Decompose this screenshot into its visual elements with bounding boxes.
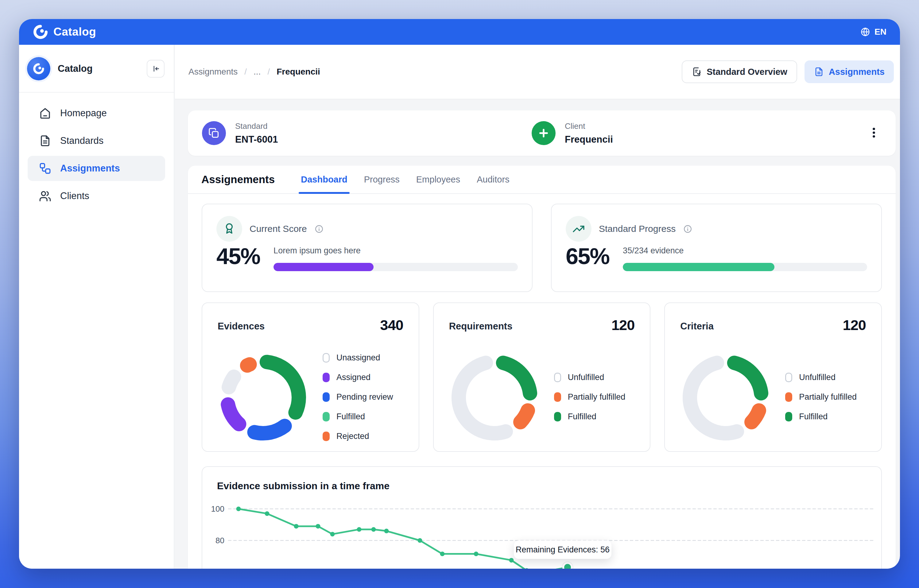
- donut-legend: UnfulfilledPartially fulfilledFulfilled: [554, 367, 626, 426]
- header-actions: Standard Overview Assignments: [682, 60, 894, 83]
- donut-card-total: 340: [380, 317, 403, 333]
- donut-card-evidences: Evidences340UnassignedAssignedPending re…: [202, 302, 419, 452]
- legend-label: Unassigned: [336, 353, 380, 363]
- legend-label: Assigned: [336, 373, 371, 382]
- donut-segment-partially-fulfilled: [520, 410, 528, 422]
- standard-avatar: [202, 121, 226, 145]
- donut-segment-unassigned: [229, 376, 234, 387]
- content: Standard ENT-6001 Client Frequencii: [175, 99, 900, 569]
- current-score-value: 45%: [216, 243, 260, 271]
- donut-card-title: Criteria: [680, 321, 714, 332]
- sidebar-item-clients[interactable]: Clients: [28, 183, 165, 208]
- brand: Catalog: [32, 24, 96, 40]
- brand-name: Catalog: [53, 26, 96, 38]
- current-score-progress-track: [274, 263, 518, 271]
- page-header: Assignments / ... / Frequencii Standard …: [175, 45, 900, 99]
- donut-legend: UnassignedAssignedPending reviewFulfille…: [323, 348, 393, 446]
- kpi-row: Current Score 45% Lorem ipsum goes here: [202, 204, 882, 292]
- legend-item: Partially fulfilled: [785, 387, 857, 407]
- legend-label: Fulfilled: [799, 412, 828, 422]
- sidebar-nav: HomepageStandardsAssignmentsClients: [19, 93, 174, 219]
- donut-segment-unfulfilled: [459, 363, 506, 433]
- legend-label: Unfulfilled: [568, 373, 605, 382]
- current-score-title: Current Score: [250, 224, 307, 234]
- standard-progress-title: Standard Progress: [599, 224, 676, 234]
- legend-swatch: [323, 353, 330, 363]
- assignments-button-label: Assignments: [829, 67, 885, 77]
- sidebar-item-label: Homepage: [60, 108, 107, 119]
- workflow-icon: [39, 162, 52, 175]
- info-icon[interactable]: [683, 224, 692, 234]
- legend-item: Partially fulfilled: [554, 387, 626, 407]
- home-icon: [39, 107, 52, 120]
- donut-card-title: Requirements: [449, 321, 512, 332]
- legend-swatch: [323, 412, 330, 422]
- line-chart-card: Evidence submission in a time frame 1008…: [202, 466, 882, 569]
- tab-progress[interactable]: Progress: [356, 166, 408, 193]
- legend-swatch: [323, 431, 330, 441]
- brand-logo-icon: [32, 24, 49, 40]
- section-heading: Assignements: [201, 173, 275, 186]
- sidebar-item-label: Assignments: [60, 163, 120, 174]
- standard-label: Standard: [235, 121, 278, 131]
- donut-chart: [214, 349, 312, 447]
- donut-card-title: Evidences: [218, 321, 264, 332]
- breadcrumb-current: Frequencii: [277, 67, 320, 77]
- client-value: Frequencii: [565, 134, 613, 145]
- desktop-background: Catalog EN Catalog HomepageStandardsAssi…: [0, 0, 919, 588]
- topbar: Catalog EN: [19, 19, 900, 45]
- donut-card-criteria: Criteria120UnfulfilledPartially fulfille…: [664, 302, 882, 452]
- sidebar-item-assignments[interactable]: Assignments: [28, 156, 165, 181]
- legend-item: Unfulfilled: [785, 367, 857, 387]
- tab-dashboard[interactable]: Dashboard: [293, 166, 355, 193]
- clipboard-check-icon: [692, 66, 702, 77]
- breadcrumb-separator: /: [244, 67, 247, 77]
- tab-employees[interactable]: Employees: [408, 166, 468, 193]
- collapse-sidebar-button[interactable]: [147, 60, 165, 78]
- standard-progress-card: Standard Progress 65% 35/234 evidence: [551, 204, 882, 292]
- donut-card-total: 120: [843, 317, 866, 333]
- current-score-progress-fill: [274, 263, 374, 271]
- standard-entity: Standard ENT-6001: [202, 121, 278, 145]
- current-score-note: Lorem ipsum goes here: [274, 246, 518, 255]
- legend-swatch: [785, 412, 792, 422]
- standard-progress-value: 65%: [566, 243, 609, 271]
- donut-card-requirements: Requirements120UnfulfilledPartially fulf…: [433, 302, 651, 452]
- assignments-button[interactable]: Assignments: [804, 60, 894, 83]
- sidebar-item-standards[interactable]: Standards: [28, 128, 165, 153]
- document-icon: [814, 66, 824, 77]
- breadcrumb-root[interactable]: Assignments: [188, 67, 238, 77]
- dashboard-panel: Assignements DashboardProgressEmployeesA…: [188, 166, 896, 569]
- trending-up-icon-wrap: [566, 216, 592, 242]
- sidebar-item-homepage[interactable]: Homepage: [28, 100, 165, 126]
- standard-overview-button[interactable]: Standard Overview: [682, 60, 797, 83]
- main-area: Assignments / ... / Frequencii Standard …: [175, 45, 900, 569]
- legend-label: Fulfilled: [336, 412, 365, 422]
- workspace-logo-icon: [32, 63, 45, 75]
- legend-swatch: [323, 392, 330, 402]
- info-icon[interactable]: [314, 224, 324, 234]
- entity-menu-button[interactable]: [864, 123, 883, 143]
- workspace-avatar[interactable]: [27, 57, 50, 80]
- legend-item: Assigned: [323, 367, 393, 387]
- tab-auditors[interactable]: Auditors: [468, 166, 517, 193]
- award-icon-wrap: [216, 216, 242, 242]
- svg-text:100: 100: [211, 504, 224, 514]
- breadcrumb-ellipsis[interactable]: ...: [254, 67, 261, 77]
- entity-card: Standard ENT-6001 Client Frequencii: [188, 110, 896, 156]
- legend-item: Rejected: [323, 426, 393, 446]
- legend-label: Partially fulfilled: [568, 392, 626, 402]
- donut-segment-fulfilled: [267, 362, 299, 412]
- legend-item: Fulfilled: [785, 407, 857, 426]
- legend-swatch: [785, 392, 792, 402]
- standard-progress-track: [623, 263, 867, 271]
- language-switcher[interactable]: EN: [860, 27, 887, 37]
- standard-overview-label: Standard Overview: [707, 67, 787, 77]
- breadcrumb: Assignments / ... / Frequencii: [188, 67, 320, 77]
- current-score-card: Current Score 45% Lorem ipsum goes here: [202, 204, 533, 292]
- donut-chart: [446, 349, 544, 447]
- legend-item: Unfulfilled: [554, 367, 626, 387]
- legend-swatch: [554, 412, 561, 422]
- app-window: Catalog EN Catalog HomepageStandardsAssi…: [19, 19, 900, 569]
- donut-card-total: 120: [611, 317, 634, 333]
